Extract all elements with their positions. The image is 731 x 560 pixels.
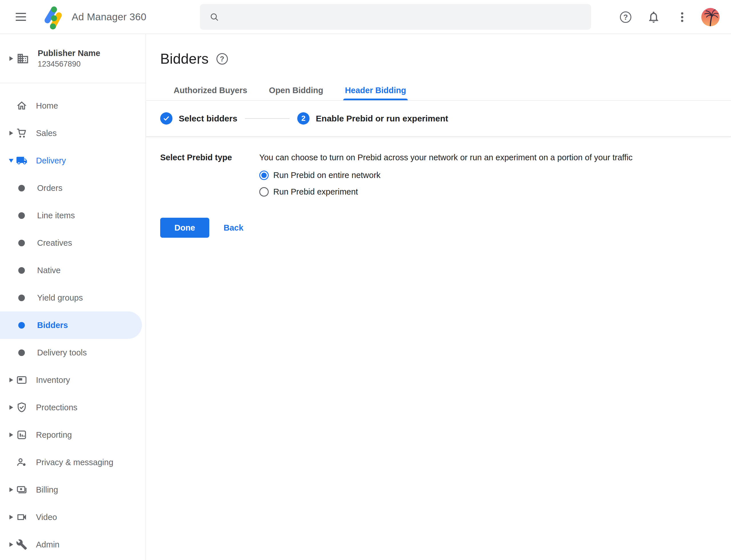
chevron-right-icon xyxy=(8,404,14,411)
sidebar-item-label: Yield groups xyxy=(37,293,83,303)
avatar[interactable] xyxy=(701,8,720,26)
radio-unselected-icon[interactable] xyxy=(259,187,269,197)
done-button[interactable]: Done xyxy=(160,218,209,238)
tab-header-bidding[interactable]: Header Bidding xyxy=(343,81,408,100)
bullet-icon xyxy=(18,240,25,246)
sidebar-item-line-items[interactable]: Line items xyxy=(0,202,146,229)
sidebar-item-yield-groups[interactable]: Yield groups xyxy=(0,284,146,311)
arrow-spacer xyxy=(8,322,14,328)
step-label: Select bidders xyxy=(179,114,237,123)
help-icon[interactable] xyxy=(619,11,632,24)
sidebar-item-delivery[interactable]: Delivery xyxy=(0,147,146,174)
top-app-bar: Ad Manager 360 xyxy=(0,0,731,34)
sidebar-item-admin[interactable]: Admin xyxy=(0,531,146,558)
sidebar-item-reporting[interactable]: Reporting xyxy=(0,421,146,449)
arrow-spacer xyxy=(8,240,14,246)
sidebar-item-label: Inventory xyxy=(36,375,70,385)
sidebar-item-orders[interactable]: Orders xyxy=(0,174,146,202)
step-connector xyxy=(245,118,290,119)
shield-icon xyxy=(16,402,27,413)
chevron-right-icon xyxy=(8,487,14,493)
sidebar-item-delivery-tools[interactable]: Delivery tools xyxy=(0,339,146,366)
chevron-right-icon xyxy=(8,541,14,548)
step-enable-prebid-or-run-experiment[interactable]: 2Enable Prebid or run experiment xyxy=(297,112,448,125)
reporting-icon xyxy=(16,429,27,441)
tab-label: Header Bidding xyxy=(345,86,406,95)
sidebar-item-label: Native xyxy=(37,266,61,275)
sidebar-item-label: Sales xyxy=(36,129,57,138)
sidebar-item-home[interactable]: Home xyxy=(0,92,146,119)
sidebar-item-sales[interactable]: Sales xyxy=(0,119,146,147)
sidebar-item-label: Reporting xyxy=(36,430,72,440)
topbar-actions xyxy=(619,0,720,34)
home-icon xyxy=(16,100,27,111)
sidebar-item-privacy-messaging[interactable]: Privacy & messaging xyxy=(0,449,146,476)
radio-option-run-prebid-on-entire-network[interactable]: Run Prebid on entire network xyxy=(259,167,731,183)
publisher-id: 1234567890 xyxy=(38,60,100,69)
radio-selected-icon[interactable] xyxy=(259,171,269,180)
sidebar-item-creatives[interactable]: Creatives xyxy=(0,229,146,257)
bullet-icon xyxy=(18,212,25,219)
sidebar-item-label: Creatives xyxy=(37,238,72,248)
stepper: Select bidders2Enable Prebid or run expe… xyxy=(146,101,731,137)
form-description: You can choose to turn on Prebid across … xyxy=(259,152,731,163)
chevron-down-icon xyxy=(8,157,14,164)
more-vert-icon[interactable] xyxy=(676,11,689,24)
main-content: Bidders Authorized BuyersOpen BiddingHea… xyxy=(146,34,731,560)
sidebar-item-label: Bidders xyxy=(37,321,68,330)
sidebar-item-label: Video xyxy=(36,513,57,522)
chevron-right-icon xyxy=(8,130,14,136)
search-input[interactable] xyxy=(219,4,591,30)
back-link[interactable]: Back xyxy=(224,223,243,233)
arrow-spacer xyxy=(8,295,14,301)
sidebar-item-video[interactable]: Video xyxy=(0,503,146,531)
tab-label: Open Bidding xyxy=(269,86,323,95)
sidebar-item-inventory[interactable]: Inventory xyxy=(0,366,146,394)
sidebar-item-label: Delivery tools xyxy=(37,348,87,357)
sidebar-item-label: Billing xyxy=(36,485,58,495)
publisher-selector[interactable]: Publisher Name 1234567890 xyxy=(0,34,146,83)
prebid-type-section: Select Prebid type You can choose to tur… xyxy=(146,137,731,200)
sidebar-item-native[interactable]: Native xyxy=(0,257,146,284)
menu-icon[interactable] xyxy=(16,13,26,21)
video-icon xyxy=(16,511,27,523)
arrow-spacer xyxy=(8,459,14,465)
tab-open-bidding[interactable]: Open Bidding xyxy=(267,81,325,100)
product-name: Ad Manager 360 xyxy=(72,11,147,23)
tab-authorized-buyers[interactable]: Authorized Buyers xyxy=(172,81,249,100)
bullet-icon xyxy=(18,185,25,191)
bullet-icon xyxy=(18,322,25,329)
step-label: Enable Prebid or run experiment xyxy=(316,114,448,123)
form-actions: Done Back xyxy=(146,200,731,238)
bullet-icon xyxy=(18,349,25,356)
check-icon xyxy=(160,112,173,125)
sidebar-item-label: Line items xyxy=(37,211,75,220)
sidebar-item-label: Home xyxy=(36,101,58,111)
page-title: Bidders xyxy=(160,51,209,67)
arrow-spacer xyxy=(8,267,14,273)
chevron-right-icon xyxy=(8,56,14,61)
sidebar-item-label: Privacy & messaging xyxy=(36,458,113,467)
notifications-icon[interactable] xyxy=(647,11,660,24)
cart-icon xyxy=(16,127,27,139)
search-bar[interactable] xyxy=(200,4,591,30)
bullet-icon xyxy=(18,295,25,301)
sidebar-item-label: Admin xyxy=(36,540,59,549)
help-icon[interactable] xyxy=(217,53,228,65)
arrow-spacer xyxy=(8,212,14,219)
palm-tree-image xyxy=(701,8,720,26)
chevron-right-icon xyxy=(8,432,14,438)
sidebar-nav: HomeSalesDeliveryOrdersLine itemsCreativ… xyxy=(0,83,146,558)
sidebar: Publisher Name 1234567890 HomeSalesDeliv… xyxy=(0,34,146,560)
radio-option-run-prebid-experiment[interactable]: Run Prebid experiment xyxy=(259,183,731,200)
sidebar-item-billing[interactable]: Billing xyxy=(0,476,146,503)
sidebar-item-bidders[interactable]: Bidders xyxy=(0,311,142,339)
arrow-spacer xyxy=(8,349,14,356)
step-number: 2 xyxy=(297,112,310,125)
inventory-icon xyxy=(16,374,27,386)
radio-group: Run Prebid on entire networkRun Prebid e… xyxy=(259,167,731,200)
step-select-bidders[interactable]: Select bidders xyxy=(160,112,237,125)
radio-label: Run Prebid on entire network xyxy=(273,171,380,180)
sidebar-item-protections[interactable]: Protections xyxy=(0,394,146,421)
billing-icon xyxy=(16,484,27,495)
